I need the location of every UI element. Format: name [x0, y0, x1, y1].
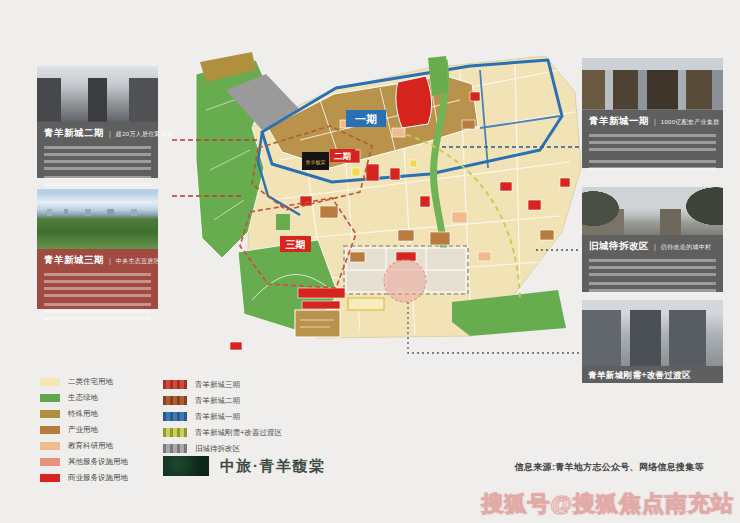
legend-label: 生态绿地	[68, 393, 98, 402]
legend-swatch	[40, 426, 60, 434]
map-commercial-large	[396, 76, 432, 128]
title-divider: |	[109, 257, 111, 264]
card-body-text-lines	[44, 146, 151, 170]
legend-label: 青羊新城刚需+改善过渡区	[195, 428, 282, 437]
card-phase2: 青羊新城二期 | 超20万人居住聚集区	[37, 66, 158, 178]
card-title: 青羊新城一期	[589, 115, 649, 128]
legend-swatch	[40, 378, 60, 386]
project-marker: 青羊馥棠	[302, 152, 329, 170]
card-title: 青羊新城三期	[44, 254, 104, 267]
svg-text:二期: 二期	[334, 151, 352, 161]
svg-text:青羊馥棠: 青羊馥棠	[306, 159, 326, 165]
legend-item: 青羊新城三期	[163, 380, 282, 389]
legend-label: 青羊新城三期	[195, 380, 240, 389]
legend-swatch	[163, 444, 187, 453]
legend-land-use: 二类住宅用地 生态绿地 特殊用地 产业用地 教育科研用地 其他服务设施用地 商业…	[40, 377, 128, 489]
legend-swatch	[40, 458, 60, 466]
map-improvement-circle	[384, 260, 426, 302]
source-note: 信息来源:青羊地方志公众号、网络信息搜集等	[515, 461, 704, 474]
phase3-photo	[37, 189, 158, 249]
watermark-text: 搜狐号@搜狐焦点南充站	[482, 489, 734, 519]
svg-text:三期: 三期	[286, 239, 306, 250]
legend-swatch	[163, 380, 187, 389]
card-body-text-lines	[44, 176, 151, 190]
card-body-text-lines	[44, 273, 151, 297]
legend-item: 青羊新城刚需+改善过渡区	[163, 428, 282, 437]
card-body-text-lines	[589, 160, 716, 173]
oldtown-photo	[582, 187, 723, 235]
legend-item: 其他服务设施用地	[40, 457, 128, 466]
card-subtitle: 仍待改造的城中村	[661, 243, 711, 252]
svg-text:一期: 一期	[355, 113, 377, 125]
legend-item: 特殊用地	[40, 409, 128, 418]
brand-name: 中旅·青羊馥棠	[220, 457, 326, 476]
legend-item: 教育科研用地	[40, 441, 128, 450]
legend-swatch	[40, 410, 60, 418]
legend-item: 生态绿地	[40, 393, 128, 402]
brand-logo-image	[163, 456, 209, 476]
phase3-map-label: 三期	[280, 236, 311, 252]
legend-label: 二类住宅用地	[68, 377, 113, 386]
card-body-text-lines	[589, 259, 716, 276]
legend-label: 特殊用地	[68, 409, 98, 418]
legend-item: 二类住宅用地	[40, 377, 128, 386]
legend-label: 其他服务设施用地	[68, 457, 128, 466]
card-body-text-lines	[589, 282, 716, 295]
legend-label: 青羊新城一期	[195, 412, 240, 421]
title-divider: |	[654, 118, 656, 125]
card-title: 青羊新城二期	[44, 127, 104, 140]
card-title: 旧城待拆改区	[589, 240, 649, 253]
legend-swatch	[163, 428, 187, 437]
legend-label: 旧城待拆改区	[195, 444, 240, 453]
poster-canvas: 一期 二期 三期 青羊馥棠 青羊新城二期 | 超2	[0, 0, 740, 523]
card-phase1: 青羊新城一期 | 1000亿配套产业集群	[582, 58, 723, 168]
legend-label: 青羊新城二期	[195, 396, 240, 405]
phase1-photo	[582, 58, 723, 110]
card-subtitle: 中央生态宜居区	[116, 257, 160, 266]
legend-item: 青羊新城一期	[163, 412, 282, 421]
legend-item: 商业服务设施用地	[40, 473, 128, 482]
legend-phases: 青羊新城三期 青羊新城二期 青羊新城一期 青羊新城刚需+改善过渡区 旧城待拆改区	[163, 380, 282, 460]
card-transition: 青羊新城刚需+改善过渡区	[582, 300, 723, 383]
legend-swatch	[163, 396, 187, 405]
transition-photo	[582, 300, 723, 366]
card-subtitle: 超20万人居住聚集区	[116, 130, 174, 139]
card-body-text-lines	[44, 303, 151, 320]
legend-swatch	[40, 442, 60, 450]
phase1-map-label: 一期	[346, 110, 386, 127]
card-subtitle: 1000亿配套产业集群	[661, 118, 720, 127]
legend-item: 产业用地	[40, 425, 128, 434]
phase2-photo	[37, 66, 158, 122]
legend-item: 青羊新城二期	[163, 396, 282, 405]
brand-block: 中旅·青羊馥棠	[163, 456, 326, 476]
card-oldtown: 旧城待拆改区 | 仍待改造的城中村	[582, 187, 723, 292]
legend-swatch	[163, 412, 187, 421]
legend-label: 产业用地	[68, 425, 98, 434]
card-title: 青羊新城刚需+改善过渡区	[582, 366, 723, 386]
legend-swatch	[40, 474, 60, 482]
legend-item: 旧城待拆改区	[163, 444, 282, 453]
legend-swatch	[40, 394, 60, 402]
card-phase3: 青羊新城三期 | 中央生态宜居区	[37, 189, 158, 309]
legend-label: 商业服务设施用地	[68, 473, 128, 482]
phase2-map-label: 二期	[330, 149, 355, 162]
card-body-text-lines	[589, 134, 716, 154]
title-divider: |	[109, 130, 111, 137]
legend-label: 教育科研用地	[68, 441, 113, 450]
title-divider: |	[654, 243, 656, 250]
